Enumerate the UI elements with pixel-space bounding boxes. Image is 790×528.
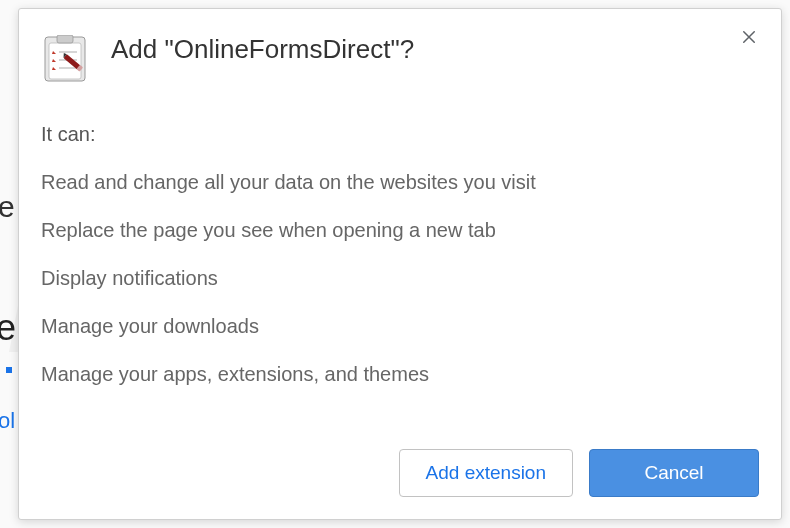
background-edge-text: e [0, 190, 15, 224]
background-edge-text: ol [0, 408, 15, 434]
permission-item: Manage your apps, extensions, and themes [41, 360, 759, 388]
background-edge-text: e [0, 307, 16, 349]
svg-rect-2 [57, 35, 73, 43]
dialog-header: Add "OnlineFormsDirect"? [41, 29, 759, 83]
permissions-lead: It can: [41, 123, 759, 146]
permission-item: Manage your downloads [41, 312, 759, 340]
background-edge-dot [6, 367, 12, 373]
dialog-title: Add "OnlineFormsDirect"? [111, 33, 735, 67]
permissions-list: Read and change all your data on the web… [41, 168, 759, 408]
add-extension-dialog: Add "OnlineFormsDirect"? It can: Read an… [18, 8, 782, 520]
extension-clipboard-icon [41, 35, 89, 83]
close-icon [740, 28, 758, 46]
cancel-button[interactable]: Cancel [589, 449, 759, 497]
permission-item: Display notifications [41, 264, 759, 292]
permission-item: Replace the page you see when opening a … [41, 216, 759, 244]
dialog-footer: Add extension Cancel [41, 437, 759, 497]
add-extension-button[interactable]: Add extension [399, 449, 573, 497]
permission-item: Read and change all your data on the web… [41, 168, 759, 196]
close-button[interactable] [735, 23, 763, 51]
